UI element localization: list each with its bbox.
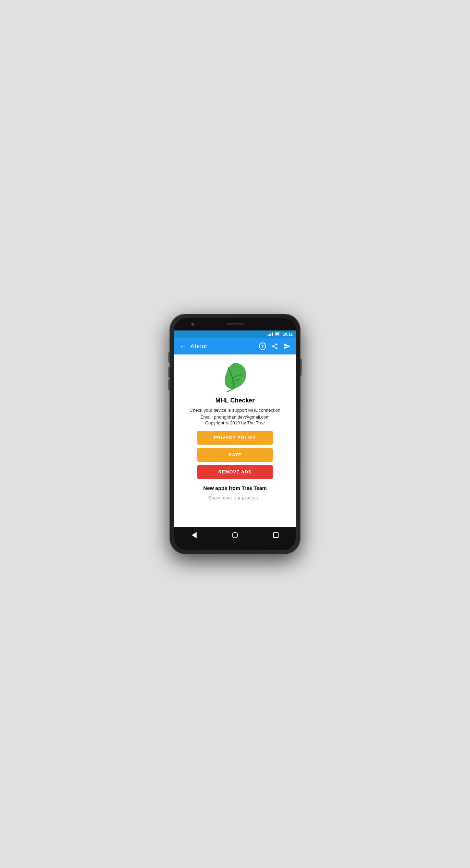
help-icon: ? [259,342,266,350]
signal-icon [268,333,273,336]
app-email: Email: phongphan.dev@gmail.com [200,414,270,420]
home-nav-button[interactable] [228,528,242,542]
speaker [226,323,244,325]
share-icon [271,343,278,350]
remove-ads-button[interactable]: REMOVE ADS [197,465,273,479]
camera [191,323,195,326]
rate-button[interactable]: RATE [197,448,273,462]
app-description: Check your device is support MHL connect… [190,407,280,414]
battery-icon: ⚡ [275,333,280,336]
bottom-nav [174,527,296,543]
screen: ⚡ 10:12 ← About ? [174,330,296,543]
status-bar: ⚡ 10:12 [174,330,296,338]
section-title: New apps from Tree Team [203,485,267,491]
share-button[interactable] [270,341,280,351]
bottom-bezel [174,543,296,550]
show-more-text[interactable]: Show more our product... [208,495,262,501]
content-area: MHL Checker Check your device is support… [174,354,296,527]
app-logo [221,361,249,394]
app-bar-actions: ? [258,341,292,351]
status-time: 10:12 [283,332,293,336]
privacy-policy-button[interactable]: PRIVACY POLICY [197,431,273,445]
back-button[interactable]: ← [178,341,188,352]
send-button[interactable] [282,341,292,351]
back-nav-icon [192,532,197,538]
send-icon [284,343,291,350]
phone-frame: ⚡ 10:12 ← About ? [170,314,300,554]
help-button[interactable]: ? [258,341,267,351]
top-bezel [174,318,296,330]
app-bar: ← About ? [174,338,296,354]
app-bar-title: About [190,343,258,350]
back-nav-button[interactable] [187,528,201,542]
leaf-svg [221,361,249,392]
app-name: MHL Checker [215,397,255,404]
phone-inner: ⚡ 10:12 ← About ? [174,318,296,550]
recents-nav-icon [273,532,279,538]
recents-nav-button[interactable] [269,528,283,542]
app-copyright: Copyright © 2019 by The Tree [205,420,265,425]
home-nav-icon [232,532,238,538]
status-icons: ⚡ 10:12 [268,332,293,336]
